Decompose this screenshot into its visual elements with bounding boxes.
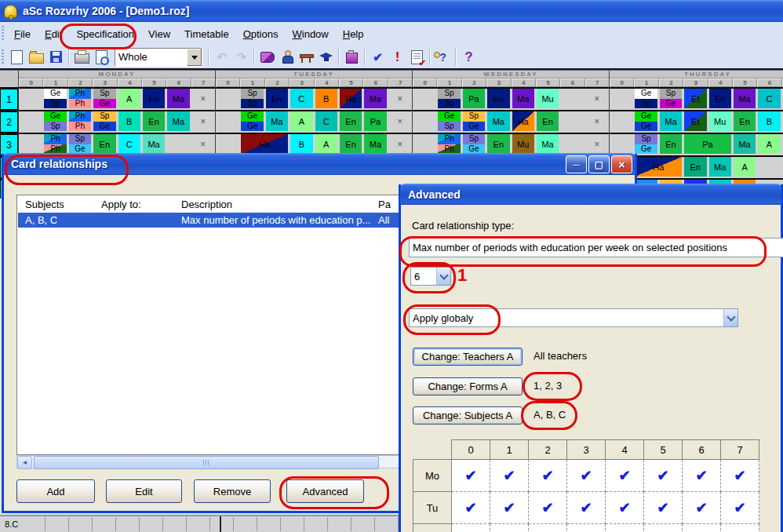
timetable-card[interactable]: Sp <box>463 111 485 122</box>
timetable-cell[interactable]: Ma <box>734 134 756 154</box>
timetable-cell[interactable]: Ma <box>487 111 509 131</box>
position-check-cell[interactable]: ✔ <box>567 492 606 524</box>
menu-item-file[interactable]: File <box>7 25 38 43</box>
column-header-description[interactable]: Description <box>181 199 370 211</box>
test-check-icon[interactable]: ✔ <box>368 48 388 67</box>
blocked-position-icon[interactable]: × <box>586 134 608 154</box>
position-check-cell[interactable]: ✔ <box>606 524 644 532</box>
timetable-cell[interactable]: En <box>537 111 559 131</box>
timetable-cell[interactable]: En <box>734 111 756 131</box>
position-check-cell[interactable]: ✔ <box>490 524 529 532</box>
timetable-cell[interactable]: Ma <box>167 111 189 131</box>
position-check-cell[interactable]: ✔ <box>567 460 606 492</box>
timetable-cell[interactable]: A <box>315 134 337 154</box>
count-combo[interactable]: 6 <box>410 267 451 286</box>
timetable-card[interactable]: Sp <box>241 99 263 109</box>
timetable-cell[interactable]: C <box>290 89 312 108</box>
timetable-card[interactable]: Sp <box>44 122 66 132</box>
timetable-cell[interactable]: Ma <box>143 134 165 154</box>
timetable-cell[interactable]: C <box>118 134 140 154</box>
timetable-card[interactable]: Sp <box>438 122 460 132</box>
timetable-cell[interactable]: SpSp <box>438 89 460 108</box>
timetable-card[interactable]: Ph <box>69 122 91 132</box>
timetable-cell[interactable]: Ma <box>512 89 534 108</box>
timetable-cell[interactable]: B <box>118 111 140 131</box>
timetable-cell[interactable]: Pa <box>684 134 731 154</box>
toolbar-grip[interactable] <box>2 49 4 65</box>
timetable-cell[interactable]: SpGe <box>69 134 91 154</box>
timetable-cell[interactable]: B <box>315 89 337 108</box>
timetable-cell[interactable]: Ha <box>635 157 682 177</box>
timetable-card[interactable]: Ge <box>44 111 66 122</box>
timetable-cell[interactable]: Ma <box>266 111 288 131</box>
position-check-cell[interactable]: ✔ <box>721 460 759 492</box>
close-icon[interactable]: × <box>611 155 632 173</box>
help-icon[interactable]: ? <box>459 48 479 67</box>
timetable-card[interactable]: Ge <box>635 144 657 155</box>
timetable-cell[interactable]: SpGe <box>93 89 115 108</box>
position-check-cell[interactable]: ✔ <box>644 460 683 492</box>
timetable-cell[interactable]: GeSp <box>44 89 66 108</box>
column-header-apply-to[interactable]: Apply to: <box>101 199 176 211</box>
position-check-cell[interactable]: ✔ <box>490 460 529 492</box>
timetable-card[interactable]: Ph <box>69 111 91 122</box>
timetable-cell[interactable]: Et <box>684 89 706 108</box>
timetable-cell[interactable]: En <box>487 134 509 154</box>
timetable-cell[interactable]: Ha <box>241 134 288 154</box>
timetable-card[interactable]: Sp <box>44 99 66 109</box>
timetable-cell[interactable]: En <box>143 89 165 108</box>
timetable-card[interactable]: Ph <box>44 134 66 144</box>
timetable-cell[interactable]: PhPh <box>69 111 91 131</box>
position-check-cell[interactable]: ✔ <box>452 460 490 492</box>
timetable-card[interactable]: Ge <box>463 122 485 132</box>
timetable-cell[interactable]: Ha <box>512 111 534 131</box>
timetable-cell[interactable]: Mu <box>709 111 731 131</box>
position-check-cell[interactable]: ✔ <box>452 492 490 524</box>
position-check-cell[interactable]: ✔ <box>529 524 567 532</box>
menu-item-edit[interactable]: Edit <box>38 25 69 43</box>
blocked-position-icon[interactable]: × <box>192 89 214 108</box>
timetable-cell[interactable]: Mu <box>512 134 534 154</box>
view-scope-combo[interactable]: Whole <box>115 48 202 67</box>
timetable-cell[interactable]: Pa <box>364 111 386 131</box>
position-check-cell[interactable]: ✔ <box>683 460 721 492</box>
timetable-cell[interactable]: Ma <box>709 157 731 177</box>
timetable-cell[interactable]: PhPh <box>438 134 460 154</box>
position-check-cell[interactable]: ✔ <box>606 492 644 524</box>
blocked-position-icon[interactable]: × <box>192 134 214 154</box>
blocked-position-icon[interactable]: × <box>389 111 411 131</box>
timetable-card[interactable]: Ph <box>69 99 91 109</box>
timetable-cell[interactable]: Ma <box>537 134 559 154</box>
toolbar-grip[interactable] <box>2 26 4 42</box>
timetable-cell[interactable]: GeSp <box>44 111 66 131</box>
timetable-card[interactable]: Sp <box>635 99 657 109</box>
timetable-cell[interactable]: Mu <box>537 89 559 108</box>
timetable-card[interactable]: Sp <box>93 111 115 122</box>
timetable-cell[interactable]: En <box>143 111 165 131</box>
position-check-cell[interactable]: ✔ <box>452 524 490 532</box>
conflicts-icon[interactable]: ! <box>388 48 407 67</box>
timetable-cell[interactable]: A <box>758 134 780 154</box>
timetable-cell[interactable]: GeGe <box>241 111 263 131</box>
timetable-card[interactable]: Sp <box>69 134 91 144</box>
menu-item-options[interactable]: Options <box>236 25 286 43</box>
subjects-book-icon[interactable] <box>257 48 277 67</box>
timetable-card[interactable]: Sp <box>438 89 460 99</box>
timetable-cell[interactable]: En <box>684 157 706 177</box>
timetable-cell[interactable]: GeGe <box>635 111 657 131</box>
summary-doc-icon[interactable] <box>407 48 427 67</box>
save-icon[interactable] <box>46 48 66 67</box>
timetable-cell[interactable]: SpGe <box>463 111 485 131</box>
minimize-icon[interactable]: ─ <box>566 155 587 173</box>
card-relationships-titlebar[interactable]: Card relationships ─ ▢ × <box>3 153 636 175</box>
timetable-cell[interactable]: A <box>290 111 312 131</box>
timetable-card[interactable]: Ph <box>438 134 460 144</box>
position-check-cell[interactable]: ✔ <box>529 492 567 524</box>
edit-button[interactable]: Edit <box>106 479 182 503</box>
position-check-cell[interactable]: ✔ <box>567 524 606 532</box>
timetable-cell[interactable]: En <box>340 111 362 131</box>
generate-icon[interactable] <box>342 48 362 67</box>
position-check-cell[interactable]: ✔ <box>683 492 721 524</box>
timetable-cell[interactable]: B <box>290 134 312 154</box>
timetable-card[interactable]: Ge <box>44 89 66 99</box>
